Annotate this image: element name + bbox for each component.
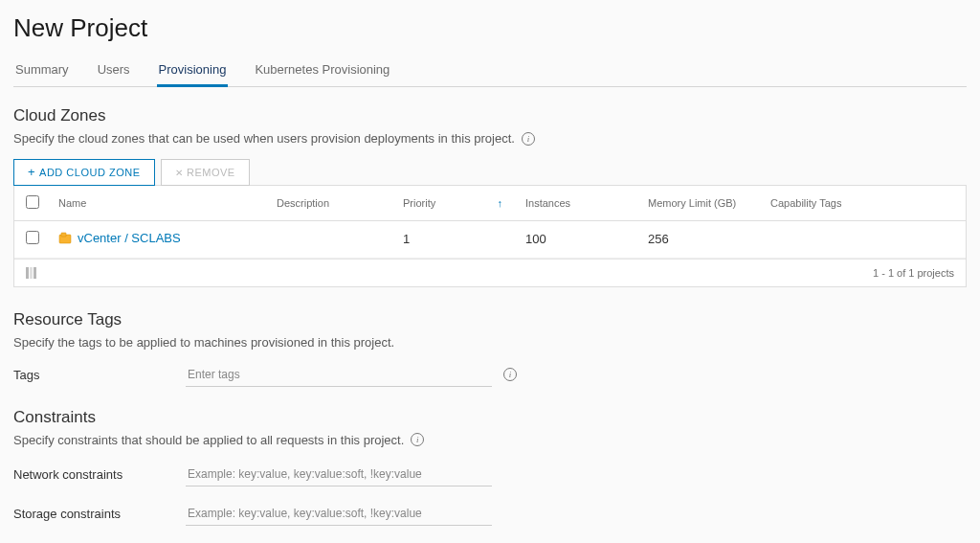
- tags-input[interactable]: [186, 363, 492, 387]
- cloud-zone-name: vCenter / SCLABS: [78, 231, 181, 245]
- cloud-zones-table: Name Description Priority ↑ Instances Me…: [13, 185, 967, 287]
- cloud-zone-link[interactable]: vCenter / SCLABS: [58, 231, 181, 245]
- select-all-checkbox[interactable]: [26, 195, 39, 209]
- cloud-zones-desc-text: Specify the cloud zones that can be used…: [13, 131, 515, 146]
- cell-description: [265, 230, 391, 249]
- info-icon[interactable]: i: [522, 132, 535, 146]
- resource-tags-desc: Specify the tags to be applied to machin…: [13, 335, 967, 350]
- cell-priority: 1: [391, 222, 514, 256]
- network-constraints-label: Network constraints: [13, 467, 186, 482]
- th-memory[interactable]: Memory Limit (GB): [636, 188, 759, 218]
- column-selector-icon[interactable]: [26, 267, 39, 279]
- constraints-section: Constraints Specify constraints that sho…: [13, 408, 967, 544]
- table-row[interactable]: vCenter / SCLABS 1 100 256: [14, 221, 966, 259]
- info-icon[interactable]: i: [411, 433, 424, 446]
- cloud-zones-desc: Specify the cloud zones that can be used…: [13, 131, 967, 146]
- tab-users[interactable]: Users: [96, 57, 132, 87]
- page-title: New Project: [13, 13, 967, 43]
- tags-label: Tags: [13, 368, 186, 382]
- remove-cloud-zone-label: REMOVE: [187, 167, 235, 178]
- th-priority-label: Priority: [403, 197, 435, 209]
- cell-instances: 100: [514, 222, 636, 256]
- add-cloud-zone-label: ADD CLOUD ZONE: [39, 167, 140, 178]
- resource-tags-section: Resource Tags Specify the tags to be app…: [13, 310, 967, 387]
- network-constraints-row: Network constraints: [13, 463, 967, 486]
- cell-capability: [759, 230, 966, 249]
- tab-kubernetes[interactable]: Kubernetes Provisioning: [253, 57, 391, 87]
- th-instances[interactable]: Instances: [514, 188, 636, 218]
- th-capability[interactable]: Capability Tags: [759, 188, 966, 218]
- storage-constraints-input[interactable]: [186, 502, 492, 526]
- sort-ascending-icon: ↑: [498, 197, 503, 209]
- svg-rect-2: [26, 267, 29, 279]
- cloud-zones-section: Cloud Zones Specify the cloud zones that…: [13, 106, 967, 287]
- tab-summary[interactable]: Summary: [13, 57, 71, 87]
- table-body: vCenter / SCLABS 1 100 256: [14, 221, 966, 259]
- pagination-info: 1 - 1 of 1 projects: [873, 267, 954, 279]
- svg-rect-3: [30, 267, 33, 279]
- tabs: Summary Users Provisioning Kubernetes Pr…: [13, 57, 967, 87]
- storage-constraints-row: Storage constraints: [13, 502, 967, 526]
- cell-memory: 256: [636, 222, 759, 256]
- constraints-desc: Specify constraints that should be appli…: [13, 433, 967, 447]
- th-priority[interactable]: Priority ↑: [391, 188, 514, 218]
- resource-tags-desc-text: Specify the tags to be applied to machin…: [13, 335, 394, 350]
- cloud-zones-heading: Cloud Zones: [13, 106, 967, 125]
- vcenter-icon: [58, 232, 72, 245]
- cloud-zones-actions: ADD CLOUD ZONE REMOVE: [13, 159, 967, 186]
- network-constraints-input[interactable]: [186, 463, 492, 486]
- add-cloud-zone-button[interactable]: ADD CLOUD ZONE: [13, 159, 155, 186]
- row-checkbox[interactable]: [26, 231, 39, 244]
- th-description[interactable]: Description: [265, 188, 391, 218]
- table-footer: 1 - 1 of 1 projects: [14, 259, 966, 286]
- tab-provisioning[interactable]: Provisioning: [157, 57, 229, 87]
- constraints-heading: Constraints: [13, 408, 967, 427]
- resource-tags-heading: Resource Tags: [13, 310, 967, 329]
- info-icon[interactable]: i: [503, 368, 517, 381]
- remove-cloud-zone-button: REMOVE: [161, 159, 250, 186]
- svg-rect-4: [33, 267, 36, 279]
- constraints-desc-text: Specify constraints that should be appli…: [13, 433, 404, 447]
- table-header: Name Description Priority ↑ Instances Me…: [14, 186, 966, 221]
- storage-constraints-label: Storage constraints: [13, 507, 186, 521]
- th-name[interactable]: Name: [47, 188, 265, 218]
- svg-rect-1: [61, 233, 66, 237]
- tags-row: Tags i: [13, 363, 967, 387]
